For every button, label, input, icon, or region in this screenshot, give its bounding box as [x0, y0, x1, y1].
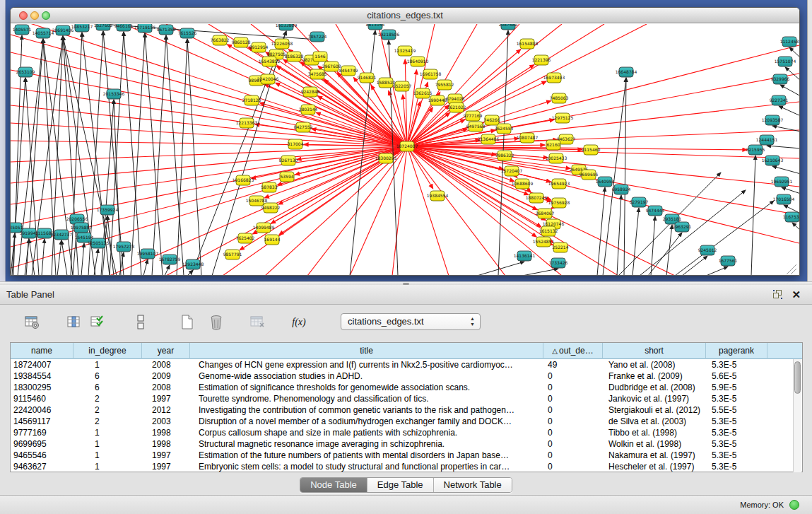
graph-node[interactable]: 12444151 — [756, 135, 778, 145]
graph-edge-selected[interactable] — [407, 146, 536, 237]
graph-node[interactable]: 7615526 — [178, 28, 197, 38]
graph-node[interactable]: 9860128 — [232, 37, 251, 47]
graph-edge[interactable] — [624, 78, 626, 276]
graph-node[interactable]: 3624554 — [495, 124, 514, 134]
resize-grip-icon[interactable] — [787, 264, 796, 274]
table-cell[interactable]: 5.3E-5 — [706, 359, 767, 370]
table-cell[interactable]: Stergiakouli et al. (2012) — [603, 404, 706, 416]
graph-edge[interactable] — [94, 249, 98, 276]
graph-node[interactable]: 10025433 — [546, 153, 567, 163]
graph-node[interactable]: 19384554 — [427, 191, 449, 201]
graph-edge[interactable] — [177, 39, 187, 276]
graph-node[interactable]: 10688609 — [512, 179, 534, 189]
table-cell[interactable]: Dudbridge et al. (2008) — [603, 382, 706, 393]
graph-node[interactable]: 15720407 — [501, 166, 523, 176]
graph-node[interactable]: 1405571 — [13, 25, 32, 35]
graph-edge[interactable] — [751, 156, 755, 276]
graph-node[interactable]: 8813054 — [366, 24, 385, 30]
table-cell[interactable]: 5.3E-5 — [706, 461, 767, 472]
table-cell[interactable]: 2009 — [142, 370, 190, 382]
minimize-window-button[interactable] — [30, 11, 39, 20]
graph-node[interactable]: 14055714 — [33, 28, 54, 38]
column-header-out_de[interactable]: △out_de… — [543, 343, 603, 359]
table-cell[interactable]: Nakamura et al. (1997) — [603, 450, 706, 461]
close-panel-icon[interactable]: ✕ — [792, 288, 801, 301]
graph-node[interactable]: 9777169 — [464, 111, 483, 121]
table-cell[interactable]: 0 — [543, 404, 603, 416]
graph-node[interactable]: 16154808 — [517, 39, 539, 49]
graph-node[interactable]: 9245012 — [698, 245, 717, 255]
graph-edge[interactable] — [124, 32, 141, 276]
graph-node[interactable]: 1167533 — [783, 212, 799, 222]
table-cell[interactable]: 19384554 — [11, 370, 73, 382]
graph-node[interactable]: 9699695 — [579, 170, 599, 180]
table-cell[interactable]: Franke et al. (2009) — [603, 370, 706, 382]
table-cell[interactable]: 2012 — [142, 404, 190, 416]
graph-node[interactable]: 9857791 — [223, 250, 242, 259]
table-cell[interactable]: Estimation of the future numbers of pati… — [190, 450, 543, 461]
table-cell[interactable]: 1 — [73, 359, 142, 370]
graph-node[interactable]: 19166823 — [233, 175, 254, 185]
table-cell[interactable]: de Silva et al. (2003) — [603, 416, 706, 427]
graph-edge[interactable] — [57, 240, 61, 276]
column-header-pagerank[interactable]: pagerank — [706, 343, 767, 359]
table-cell[interactable]: 2008 — [142, 359, 190, 370]
table-cell[interactable]: 5.6E-5 — [706, 370, 767, 382]
graph-edge[interactable] — [779, 106, 799, 116]
graph-edge-selected[interactable] — [407, 70, 417, 146]
graph-node[interactable]: 16033809 — [276, 24, 298, 30]
table-cell[interactable]: 49 — [543, 359, 603, 370]
graph-node[interactable]: 9671358 — [157, 25, 176, 35]
graph-node[interactable]: 16210643 — [762, 156, 784, 165]
scrollbar-thumb[interactable] — [794, 361, 801, 394]
table-cell[interactable]: 2 — [73, 393, 142, 404]
table-cell[interactable]: 1997 — [142, 461, 190, 472]
table-selector-dropdown[interactable]: citations_edges.txt ▲▼ — [341, 313, 481, 330]
graph-edge[interactable] — [145, 33, 163, 276]
graph-node[interactable]: 3475685 — [308, 69, 327, 79]
graph-node[interactable]: 12325419 — [394, 46, 416, 56]
graph-edge-selected[interactable] — [264, 84, 407, 146]
tab-network-table[interactable]: Network Table — [434, 478, 512, 492]
graph-node[interactable]: 1527602 — [94, 24, 113, 30]
graph-edge[interactable] — [617, 195, 621, 276]
table-cell[interactable]: 9115460 — [11, 393, 73, 404]
table-row[interactable]: 1830029562008Estimation of significance … — [11, 382, 802, 393]
table-cell[interactable]: 14569117 — [11, 416, 73, 427]
graph-node[interactable]: 7986322 — [495, 151, 514, 160]
graph-node[interactable]: 1640954 — [596, 177, 615, 187]
graph-edge[interactable] — [103, 31, 124, 276]
graph-node[interactable]: 6958924 — [612, 185, 631, 194]
graph-node[interactable]: 9146821 — [358, 73, 377, 83]
graph-node[interactable]: 7857224 — [308, 32, 327, 42]
graph-node[interactable]: 12093587 — [762, 115, 784, 125]
table-row[interactable]: 969969511998Structural magnetic resonanc… — [11, 438, 802, 450]
graph-edge[interactable] — [187, 39, 201, 276]
table-cell[interactable]: Embryonic stem cells: a model to study s… — [190, 461, 543, 472]
table-cell[interactable]: 2003 — [142, 416, 190, 427]
graph-edge[interactable] — [682, 256, 707, 276]
table-row[interactable]: 977716911998Corpus callosum shape and si… — [11, 427, 802, 438]
graph-node[interactable]: 9498222 — [261, 203, 281, 213]
graph-edge[interactable] — [780, 85, 799, 96]
table-cell[interactable]: 6 — [73, 382, 142, 393]
table-row[interactable]: 1456911722003Disruption of a novel membe… — [11, 416, 802, 427]
table-cell[interactable]: 1 — [73, 461, 142, 472]
table-cell[interactable]: Estimation of significance thresholds fo… — [190, 382, 543, 393]
graph-edge[interactable] — [12, 78, 25, 276]
table-cell[interactable]: 18724007 — [11, 359, 73, 370]
graph-edge[interactable] — [792, 223, 799, 230]
graph-edge[interactable] — [43, 39, 56, 276]
table-row[interactable]: 946362711997Embryonic stem cells: a mode… — [11, 461, 802, 472]
table-scrollbar[interactable] — [793, 359, 801, 472]
select-column-button[interactable] — [64, 312, 85, 333]
graph-node[interactable]: 16648784 — [616, 67, 637, 77]
table-row[interactable]: 1872400712008Changes of HCN gene express… — [11, 359, 802, 370]
column-visibility-button[interactable] — [130, 312, 151, 333]
table-cell[interactable]: Genome-wide association studies in ADHD. — [190, 370, 543, 382]
graph-edge-selected[interactable] — [407, 146, 551, 200]
table-cell[interactable]: 2 — [73, 404, 142, 416]
graph-edge[interactable] — [522, 269, 558, 276]
graph-node[interactable]: 6522057 — [393, 81, 412, 91]
graph-node[interactable]: 7955812 — [435, 80, 454, 90]
